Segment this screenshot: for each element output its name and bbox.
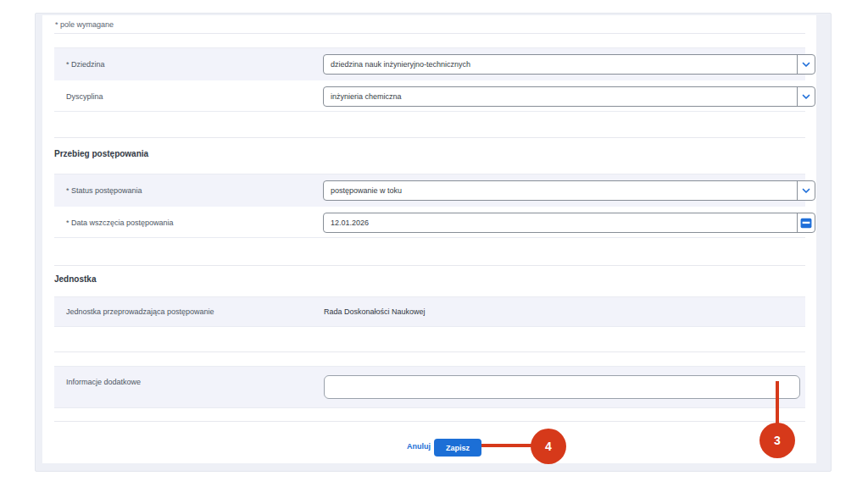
callout-line-3 — [776, 381, 779, 428]
save-button[interactable]: Zapisz — [434, 439, 481, 457]
jednostka-value: Rada Doskonałości Naukowej — [324, 307, 426, 316]
cancel-button[interactable]: Anuluj — [407, 442, 431, 451]
dyscyplina-select[interactable]: inżynieria chemiczna — [323, 86, 815, 107]
dziedzina-label: * Dziedzina — [66, 60, 105, 69]
divider — [54, 351, 805, 352]
divider — [54, 421, 805, 422]
form-row-jednostka: Jednostka przeprowadzająca postępowanie … — [54, 297, 805, 326]
group-dodatkowe: Informacje dodatkowe — [54, 366, 805, 408]
form-row-dziedzina: * Dziedzina dziedzina nauk inżynieryjno-… — [54, 48, 805, 80]
group-jednostka: Jednostka przeprowadzająca postępowanie … — [54, 296, 805, 327]
informacje-input[interactable] — [324, 375, 800, 399]
form-card: * pole wymagane * Dziedzina dziedzina na… — [42, 15, 816, 463]
group-classification: * Dziedzina dziedzina nauk inżynieryjno-… — [54, 47, 805, 112]
jednostka-label: Jednostka przeprowadzająca postępowanie — [66, 307, 214, 316]
form-row-informacje: Informacje dodatkowe — [54, 367, 805, 407]
dziedzina-selected-value: dziedzina nauk inżynieryjno-technicznych — [324, 60, 797, 69]
section-title-jednostka: Jednostka — [54, 274, 96, 284]
data-wszczecia-datepicker[interactable]: 12.01.2026 — [323, 213, 815, 233]
informacje-label: Informacje dodatkowe — [66, 378, 141, 386]
dyscyplina-label: Dyscyplina — [66, 92, 103, 101]
divider — [54, 137, 805, 138]
callout-step-4: 4 — [531, 429, 566, 464]
content-panel: * pole wymagane * Dziedzina dziedzina na… — [35, 13, 832, 472]
divider — [54, 265, 805, 266]
data-wszczecia-value: 12.01.2026 — [324, 219, 797, 227]
data-wszczecia-label: * Data wszczęcia postępowania — [66, 219, 174, 227]
chevron-down-icon[interactable] — [797, 181, 815, 200]
status-select[interactable]: postępowanie w toku — [323, 180, 815, 201]
status-selected-value: postępowanie w toku — [324, 186, 797, 195]
calendar-icon[interactable] — [797, 213, 815, 232]
screen: * pole wymagane * Dziedzina dziedzina na… — [0, 0, 868, 487]
chevron-down-icon[interactable] — [797, 87, 815, 106]
callout-line-4 — [481, 444, 534, 447]
required-fields-note: * pole wymagane — [55, 20, 114, 29]
section-title-przebieg: Przebieg postępowania — [54, 149, 148, 158]
form-row-data-wszczecia: * Data wszczęcia postępowania 12.01.2026 — [54, 207, 805, 239]
form-row-status: * Status postępowania postępowanie w tok… — [54, 174, 805, 207]
group-przebieg: * Status postępowania postępowanie w tok… — [54, 174, 805, 238]
divider — [54, 33, 805, 34]
form-row-dyscyplina: Dyscyplina inżynieria chemiczna — [54, 80, 805, 113]
status-label: * Status postępowania — [66, 186, 142, 195]
callout-step-3: 3 — [760, 423, 795, 458]
dyscyplina-selected-value: inżynieria chemiczna — [324, 92, 797, 101]
chevron-down-icon[interactable] — [797, 55, 815, 74]
dziedzina-select[interactable]: dziedzina nauk inżynieryjno-technicznych — [323, 54, 815, 75]
